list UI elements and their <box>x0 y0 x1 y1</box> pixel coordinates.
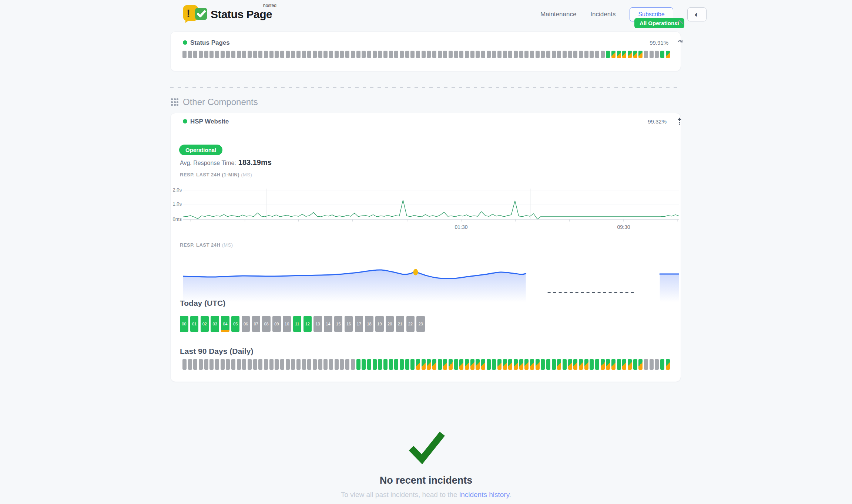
hour-block-06[interactable]: 06 <box>242 316 250 332</box>
uptime-bar[interactable] <box>323 359 328 370</box>
uptime-bar[interactable] <box>449 51 453 58</box>
collapse-arrow-icon[interactable] <box>677 118 682 125</box>
uptime-bar[interactable] <box>536 51 540 58</box>
uptime-bar[interactable] <box>264 359 268 370</box>
uptime-bar[interactable] <box>476 359 480 370</box>
uptime-bar[interactable] <box>356 51 360 58</box>
uptime-bar[interactable] <box>422 51 426 58</box>
uptime-bar[interactable] <box>595 359 599 370</box>
uptime-bar[interactable] <box>356 359 360 370</box>
uptime-bar[interactable] <box>237 359 241 370</box>
uptime-bar[interactable] <box>584 51 588 58</box>
uptime-bar[interactable] <box>378 51 382 58</box>
uptime-bar[interactable] <box>487 359 491 370</box>
uptime-bar[interactable] <box>514 359 518 370</box>
hour-block-10[interactable]: 10 <box>283 316 291 332</box>
uptime-bar[interactable] <box>459 359 463 370</box>
uptime-bar[interactable] <box>557 359 561 370</box>
uptime-bar[interactable] <box>617 51 621 58</box>
hour-block-07[interactable]: 07 <box>252 316 261 332</box>
uptime-bar[interactable] <box>318 359 322 370</box>
uptime-bar[interactable] <box>530 51 534 58</box>
hour-block-09[interactable]: 09 <box>272 316 281 332</box>
uptime-bar[interactable] <box>323 51 328 58</box>
uptime-bar[interactable] <box>258 51 262 58</box>
hour-block-15[interactable]: 15 <box>334 316 343 332</box>
uptime-bar[interactable] <box>427 51 431 58</box>
hour-block-23[interactable]: 23 <box>416 316 425 332</box>
uptime-bar[interactable] <box>367 359 371 370</box>
response-time-area-chart[interactable] <box>183 258 679 305</box>
uptime-bar[interactable] <box>199 51 203 58</box>
hour-block-21[interactable]: 21 <box>396 316 405 332</box>
uptime-bar[interactable] <box>660 51 664 58</box>
uptime-bar[interactable] <box>362 359 366 370</box>
uptime-bar[interactable] <box>622 359 626 370</box>
uptime-bar[interactable] <box>563 359 567 370</box>
uptime-bar[interactable] <box>644 359 648 370</box>
uptime-bar[interactable] <box>590 359 594 370</box>
uptime-bar[interactable] <box>552 51 556 58</box>
uptime-bar[interactable] <box>318 51 322 58</box>
uptime-bar[interactable] <box>367 51 371 58</box>
uptime-bar[interactable] <box>449 359 453 370</box>
uptime-bar[interactable] <box>231 51 235 58</box>
uptime-bar[interactable] <box>563 51 567 58</box>
uptime-bar[interactable] <box>438 359 442 370</box>
uptime-bar[interactable] <box>557 51 561 58</box>
uptime-bar[interactable] <box>209 359 214 370</box>
uptime-bar[interactable] <box>291 51 295 58</box>
uptime-bar[interactable] <box>286 359 290 370</box>
uptime-bar[interactable] <box>541 359 545 370</box>
uptime-bar[interactable] <box>209 51 214 58</box>
uptime-bar[interactable] <box>280 51 284 58</box>
uptime-bar[interactable] <box>242 359 246 370</box>
uptime-bar[interactable] <box>628 51 632 58</box>
uptime-bar[interactable] <box>286 51 290 58</box>
uptime-bar[interactable] <box>552 359 556 370</box>
uptime-bar[interactable] <box>650 51 654 58</box>
uptime-bar[interactable] <box>226 51 230 58</box>
uptime-bar[interactable] <box>345 359 349 370</box>
uptime-bar[interactable] <box>221 51 225 58</box>
uptime-bar[interactable] <box>644 51 648 58</box>
uptime-bar[interactable] <box>296 51 301 58</box>
hour-block-00[interactable]: 00 <box>180 316 188 332</box>
uptime-bar[interactable] <box>666 359 670 370</box>
theme-toggle-button[interactable]: ◐ <box>687 7 707 21</box>
uptime-bar[interactable] <box>546 51 550 58</box>
uptime-bar[interactable] <box>524 359 529 370</box>
uptime-bar[interactable] <box>497 359 502 370</box>
nav-maintenance[interactable]: Maintenance <box>540 11 576 18</box>
uptime-bar[interactable] <box>503 359 507 370</box>
uptime-bar[interactable] <box>313 51 317 58</box>
chevron-up-icon[interactable] <box>676 19 683 24</box>
uptime-bar[interactable] <box>514 51 518 58</box>
hour-block-04[interactable]: 04 <box>221 316 229 332</box>
uptime-bar[interactable] <box>204 359 208 370</box>
uptime-bar[interactable] <box>492 359 496 370</box>
uptime-bar[interactable] <box>470 51 474 58</box>
uptime-bar[interactable] <box>465 359 469 370</box>
uptime-bar[interactable] <box>487 51 491 58</box>
uptime-bar[interactable] <box>221 359 225 370</box>
uptime-bar[interactable] <box>345 51 349 58</box>
uptime-bar[interactable] <box>454 359 458 370</box>
uptime-bar[interactable] <box>606 51 610 58</box>
uptime-bar[interactable] <box>248 359 252 370</box>
uptime-bar[interactable] <box>400 51 404 58</box>
uptime-bar[interactable] <box>443 359 447 370</box>
uptime-bar[interactable] <box>253 51 257 58</box>
uptime-bar[interactable] <box>438 51 442 58</box>
uptime-bar[interactable] <box>432 359 436 370</box>
uptime-bar[interactable] <box>226 359 230 370</box>
uptime-bar[interactable] <box>275 359 279 370</box>
uptime-bar[interactable] <box>280 359 284 370</box>
uptime-bar[interactable] <box>519 359 523 370</box>
uptime-bar[interactable] <box>193 51 197 58</box>
uptime-bar[interactable] <box>329 51 333 58</box>
uptime-bar[interactable] <box>611 359 615 370</box>
hour-block-08[interactable]: 08 <box>262 316 271 332</box>
uptime-bar[interactable] <box>416 51 420 58</box>
nav-incidents[interactable]: Incidents <box>590 11 615 18</box>
